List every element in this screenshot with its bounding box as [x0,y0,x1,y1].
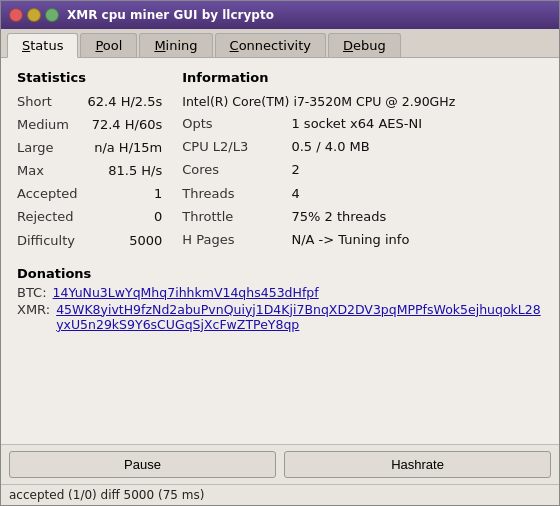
btc-address-link[interactable]: 14YuNu3LwYqMhq7ihhkmV14qhs453dHfpf [53,285,319,300]
info-label-cores: Cores [182,159,281,181]
info-label-throttle: Throttle [182,206,281,228]
stats-info-section: Statistics Short 62.4 H/2.5s Medium 72.4… [17,70,543,252]
info-value-opts: 1 socket x64 AES-NI [291,113,455,135]
pause-button[interactable]: Pause [9,451,276,478]
info-value-threads: 4 [291,183,455,205]
bottom-buttons: Pause Hashrate [1,444,559,484]
status-text: accepted (1/0) diff 5000 (75 ms) [9,488,204,502]
information-table: Intel(R) Core(TM) i7-3520M CPU @ 2.90GHz… [182,91,455,251]
info-value-hpages: N/A -> Tuning info [291,229,455,251]
stat-label-difficulty: Difficulty [17,230,78,252]
stat-value-large: n/a H/15m [88,137,163,159]
information-title: Information [182,70,455,85]
stat-value-accepted: 1 [88,183,163,205]
statistics-table: Short 62.4 H/2.5s Medium 72.4 H/60s Larg… [17,91,162,252]
stat-value-short: 62.4 H/2.5s [88,91,163,113]
xmr-label: XMR: [17,302,50,317]
stat-value-max: 81.5 H/s [88,160,163,182]
donations-title: Donations [17,266,543,281]
info-label-opts: Opts [182,113,281,135]
info-value-throttle: 75% 2 threads [291,206,455,228]
stat-label-medium: Medium [17,114,78,136]
info-label-hpages: H Pages [182,229,281,251]
xmr-donation-row: XMR: 45WK8yivtH9fzNd2abuPvnQuiyj1D4Kji7B… [17,302,543,332]
maximize-button[interactable] [45,8,59,22]
stat-label-accepted: Accepted [17,183,78,205]
information-section: Information Intel(R) Core(TM) i7-3520M C… [182,70,455,252]
tab-debug[interactable]: Debug [328,33,401,57]
stat-label-rejected: Rejected [17,206,78,228]
window-controls[interactable] [9,8,59,22]
tab-mining[interactable]: Mining [139,33,212,57]
status-bar: accepted (1/0) diff 5000 (75 ms) [1,484,559,505]
close-button[interactable] [9,8,23,22]
btc-label: BTC: [17,285,47,300]
tab-pool[interactable]: Pool [80,33,137,57]
info-value-cores: 2 [291,159,455,181]
info-label-threads: Threads [182,183,281,205]
info-cpu: Intel(R) Core(TM) i7-3520M CPU @ 2.90GHz [182,91,455,112]
stat-value-rejected: 0 [88,206,163,228]
xmr-address-link[interactable]: 45WK8yivtH9fzNd2abuPvnQuiyj1D4Kji7BnqXD2… [56,302,543,332]
stat-label-large: Large [17,137,78,159]
info-value-cpul2l3: 0.5 / 4.0 MB [291,136,455,158]
tab-connectivity[interactable]: Connectivity [215,33,326,57]
stat-value-difficulty: 5000 [88,230,163,252]
statistics-section: Statistics Short 62.4 H/2.5s Medium 72.4… [17,70,162,252]
stat-label-short: Short [17,91,78,113]
btc-donation-row: BTC: 14YuNu3LwYqMhq7ihhkmV14qhs453dHfpf [17,285,543,300]
info-label-cpul2l3: CPU L2/L3 [182,136,281,158]
minimize-button[interactable] [27,8,41,22]
hashrate-button[interactable]: Hashrate [284,451,551,478]
stat-value-medium: 72.4 H/60s [88,114,163,136]
donations-section: Donations BTC: 14YuNu3LwYqMhq7ihhkmV14qh… [17,266,543,332]
window-title: XMR cpu miner GUI by llcrypto [67,8,274,22]
title-bar: XMR cpu miner GUI by llcrypto [1,1,559,29]
tab-status[interactable]: Status [7,33,78,58]
statistics-title: Statistics [17,70,162,85]
main-content: Statistics Short 62.4 H/2.5s Medium 72.4… [1,58,559,444]
tab-bar: Status Pool Mining Connectivity Debug [1,29,559,58]
stat-label-max: Max [17,160,78,182]
